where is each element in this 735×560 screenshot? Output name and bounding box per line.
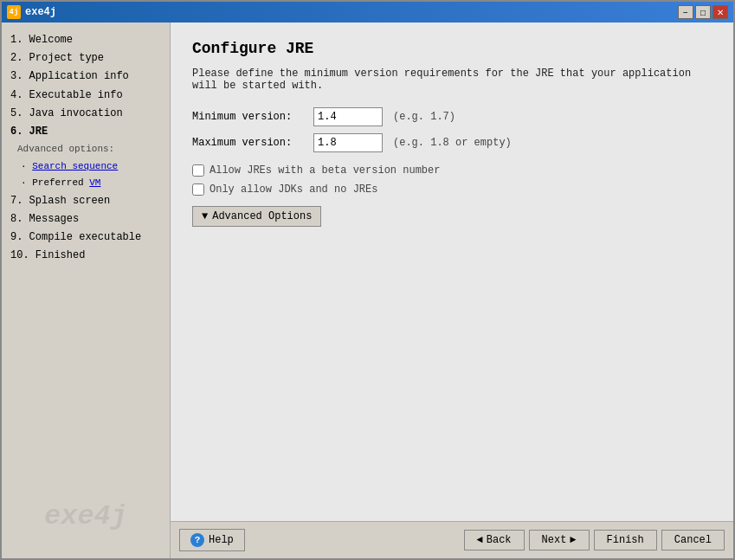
sidebar-item-search-sequence[interactable]: · Search sequence <box>9 158 163 176</box>
sidebar-item-messages[interactable]: 8. Messages <box>9 210 163 229</box>
sidebar: 1. Welcome 2. Project type 3. Applicatio… <box>2 23 171 558</box>
back-button[interactable]: ◄ Back <box>464 530 525 550</box>
main-content: Configure JRE Please define the minimum … <box>171 23 733 558</box>
sidebar-item-splash-screen[interactable]: 7. Splash screen <box>9 192 163 210</box>
minimize-button[interactable]: − <box>678 5 693 19</box>
beta-version-checkbox[interactable] <box>192 164 204 177</box>
footer: ? Help ◄ Back Next ► Finish <box>171 521 733 558</box>
finish-label: Finish <box>607 534 644 546</box>
sidebar-watermark: exe4j <box>44 500 127 532</box>
title-bar: 4j exe4j − □ ✕ <box>2 2 733 23</box>
max-version-input[interactable] <box>313 133 383 152</box>
advanced-options-icon: ▼ <box>202 210 208 222</box>
sidebar-item-finished[interactable]: 10. Finished <box>9 247 163 265</box>
jdk-only-checkbox[interactable] <box>192 183 204 196</box>
help-label: Help <box>209 534 234 546</box>
cancel-button[interactable]: Cancel <box>661 530 725 550</box>
window-body: 1. Welcome 2. Project type 3. Applicatio… <box>2 23 733 558</box>
search-sequence-link[interactable]: Search sequence <box>32 161 118 171</box>
sidebar-item-application-info[interactable]: 3. Application info <box>9 68 163 86</box>
max-version-label: Maximum version: <box>192 137 313 149</box>
preferred-vm-link[interactable]: VM <box>89 177 100 188</box>
min-version-row: Minimum version: (e.g. 1.7) <box>192 107 712 126</box>
beta-version-row: Allow JREs with a beta version number <box>192 164 712 177</box>
maximize-button[interactable]: □ <box>695 5 711 19</box>
advanced-options-button[interactable]: ▼ Advanced Options <box>192 206 321 227</box>
window-title: exe4j <box>25 6 56 18</box>
help-icon: ? <box>190 533 204 547</box>
app-icon: 4j <box>7 5 21 19</box>
cancel-label: Cancel <box>674 534 712 546</box>
back-icon: ◄ <box>477 534 483 546</box>
footer-left: ? Help <box>179 529 245 551</box>
sidebar-item-java-invocation[interactable]: 5. Java invocation <box>9 105 163 123</box>
close-button[interactable]: ✕ <box>712 5 728 19</box>
title-bar-controls: − □ ✕ <box>678 5 728 19</box>
sidebar-item-welcome[interactable]: 1. Welcome <box>9 31 163 49</box>
beta-version-label: Allow JREs with a beta version number <box>210 164 440 177</box>
sidebar-item-compile-executable[interactable]: 9. Compile executable <box>9 229 163 247</box>
back-label: Back <box>487 534 512 546</box>
next-icon: ► <box>570 534 576 546</box>
max-version-row: Maximum version: (e.g. 1.8 or empty) <box>192 133 712 152</box>
description: Please define the minimum version requir… <box>192 68 712 92</box>
sidebar-item-preferred-vm[interactable]: · Preferred VM <box>9 175 163 192</box>
content-area: Configure JRE Please define the minimum … <box>171 23 733 521</box>
sidebar-item-executable-info[interactable]: 4. Executable info <box>9 87 163 105</box>
min-version-input[interactable] <box>313 107 383 126</box>
finish-button[interactable]: Finish <box>594 530 657 550</box>
footer-right: ◄ Back Next ► Finish Cancel <box>464 530 725 550</box>
main-window: 4j exe4j − □ ✕ 1. Welcome 2. Project typ… <box>0 0 735 560</box>
max-version-hint: (e.g. 1.8 or empty) <box>393 137 512 149</box>
next-label: Next <box>542 534 567 546</box>
advanced-options-label: Advanced Options <box>212 210 312 222</box>
min-version-label: Minimum version: <box>192 111 313 123</box>
preferred-vm-prefix: · Preferred <box>21 177 89 188</box>
sidebar-item-advanced-options-label: Advanced options: <box>9 141 163 158</box>
search-sequence-prefix: · <box>21 161 32 171</box>
jdk-only-row: Only allow JDKs and no JREs <box>192 183 712 196</box>
page-title: Configure JRE <box>192 40 712 57</box>
title-bar-left: 4j exe4j <box>7 5 56 19</box>
next-button[interactable]: Next ► <box>529 530 590 550</box>
jdk-only-label: Only allow JDKs and no JREs <box>210 183 377 196</box>
sidebar-item-project-type[interactable]: 2. Project type <box>9 49 163 68</box>
min-version-hint: (e.g. 1.7) <box>393 111 455 123</box>
sidebar-item-jre[interactable]: 6. JRE <box>9 123 163 141</box>
help-button[interactable]: ? Help <box>179 529 245 551</box>
